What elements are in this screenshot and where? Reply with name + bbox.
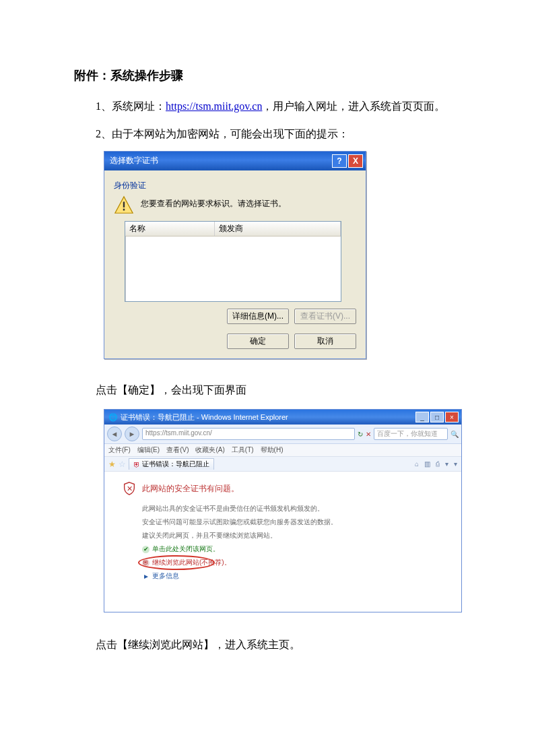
search-input[interactable]: 百度一下，你就知道: [374, 428, 448, 440]
cert-line-2: 安全证书问题可能显示试图欺骗您或截获您向服务器发送的数据。: [142, 517, 455, 527]
step-4: 点击【继续浏览此网站】，进入系统主页。: [74, 633, 460, 658]
close-page-text: 单击此处关闭该网页。: [152, 544, 220, 554]
menu-edit[interactable]: 编辑(E): [137, 445, 160, 455]
cert-error-heading: 此网站的安全证书有问题。: [142, 483, 239, 495]
ie-address-bar-row: ◄ ► https://tsm.miit.gov.cn/ ↻ ✕ 百度一下，你就…: [104, 424, 461, 444]
ok-button[interactable]: 确定: [227, 334, 289, 349]
menu-file[interactable]: 文件(F): [108, 445, 131, 455]
info-arrow-icon: ▸: [142, 573, 149, 580]
continue-text: 继续浏览此网站(不推荐)。: [152, 558, 231, 567]
close-button[interactable]: ×: [445, 412, 459, 422]
red-shield-icon: ⛨: [142, 559, 149, 567]
step-1: 1、系统网址：https://tsm.miit.gov.cn，用户输入网址，进入…: [74, 94, 460, 119]
ie-certificate-error-window: 🌐 证书错误：导航已阻止 - Windows Internet Explorer…: [104, 409, 462, 612]
feeds-icon[interactable]: ▥: [424, 460, 430, 468]
dialog-message: 您要查看的网站要求标识。请选择证书。: [141, 195, 286, 210]
address-input[interactable]: https://tsm.miit.gov.cn/: [142, 428, 355, 440]
ie-titlebar: 🌐 证书错误：导航已阻止 - Windows Internet Explorer…: [104, 410, 461, 424]
close-button[interactable]: X: [348, 154, 363, 168]
menu-help[interactable]: 帮助(H): [261, 445, 283, 455]
stop-icon[interactable]: ✕: [366, 431, 371, 438]
continue-link[interactable]: ⛨ 继续浏览此网站(不推荐)。: [142, 558, 455, 567]
step-3: 点击【确定】，会出现下面界面: [74, 378, 460, 403]
svg-rect-2: [123, 208, 125, 210]
shield-icon: ⛨: [133, 461, 140, 468]
browser-tab[interactable]: ⛨ 证书错误：导航已阻止: [129, 458, 214, 470]
warning-icon: [114, 195, 134, 216]
ie-title-text: 证书错误：导航已阻止 - Windows Internet Explorer: [121, 412, 288, 422]
details-button[interactable]: 详细信息(M)...: [227, 309, 289, 324]
maximize-button[interactable]: □: [430, 412, 444, 422]
svg-rect-1: [123, 201, 125, 207]
step1-suffix: ，用户输入网址，进入系统首页页面。: [262, 100, 445, 112]
cert-line-3: 建议关闭此网页，并且不要继续浏览该网站。: [142, 531, 455, 540]
back-button[interactable]: ◄: [107, 427, 122, 441]
tab-label: 证书错误：导航已阻止: [142, 460, 209, 469]
page-menu-icon[interactable]: ▾: [445, 460, 448, 468]
print-icon[interactable]: ⎙: [436, 460, 440, 468]
cert-line-1: 此网站出具的安全证书不是由受信任的证书颁发机构颁发的。: [142, 504, 455, 513]
attachment-title: 附件：系统操作步骤: [74, 67, 460, 84]
add-favorite-icon[interactable]: ☆: [119, 460, 126, 469]
menu-view[interactable]: 查看(V): [166, 445, 189, 455]
more-info-text: 更多信息: [152, 571, 179, 581]
favorites-icon[interactable]: ★: [108, 460, 116, 469]
help-button[interactable]: ?: [332, 154, 347, 168]
refresh-icon[interactable]: ↻: [358, 431, 363, 438]
system-url-link[interactable]: https://tsm.miit.gov.cn: [166, 100, 262, 112]
col-issuer: 颁发商: [215, 222, 341, 236]
search-go-icon[interactable]: 🔍: [450, 431, 459, 438]
green-check-icon: ✔: [142, 546, 149, 553]
listbox-header: 名称 颁发商: [125, 222, 341, 237]
more-info-link[interactable]: ▸ 更多信息: [142, 571, 455, 581]
ie-menu-bar: 文件(F) 编辑(E) 查看(V) 收藏夹(A) 工具(T) 帮助(H): [104, 444, 461, 457]
svg-text:✕: ✕: [127, 484, 133, 493]
step-2: 2、由于本网站为加密网站，可能会出现下面的提示：: [74, 122, 460, 147]
ie-tab-row: ★ ☆ ⛨ 证书错误：导航已阻止 ⌂ ▥ ⎙ ▾ ▾: [104, 457, 461, 472]
dialog-titlebar: 选择数字证书 ? X: [104, 152, 366, 170]
close-page-link[interactable]: ✔ 单击此处关闭该网页。: [142, 544, 455, 554]
menu-favorites[interactable]: 收藏夹(A): [195, 445, 224, 455]
col-name: 名称: [125, 222, 215, 236]
ie-content-area: ✕ 此网站的安全证书有问题。 此网站出具的安全证书不是由受信任的证书颁发机构颁发…: [104, 472, 461, 612]
dialog-title-text: 选择数字证书: [110, 155, 331, 166]
certificate-dialog: 选择数字证书 ? X 身份验证 您要查看的网站要求标识。请选择证书。 名称 颁发…: [104, 151, 366, 359]
tools-menu-icon[interactable]: ▾: [454, 460, 457, 468]
home-icon[interactable]: ⌂: [415, 460, 419, 468]
cancel-button[interactable]: 取消: [294, 334, 356, 349]
certificate-listbox[interactable]: 名称 颁发商: [125, 221, 341, 302]
ie-logo-icon: 🌐: [108, 413, 118, 422]
auth-heading: 身份验证: [114, 180, 356, 191]
shield-error-icon: ✕: [122, 481, 137, 496]
forward-button[interactable]: ►: [125, 427, 139, 441]
view-cert-button: 查看证书(V)...: [294, 309, 356, 324]
minimize-button[interactable]: _: [415, 412, 429, 422]
menu-tools[interactable]: 工具(T): [232, 445, 254, 455]
step1-prefix: 1、系统网址：: [96, 100, 166, 112]
